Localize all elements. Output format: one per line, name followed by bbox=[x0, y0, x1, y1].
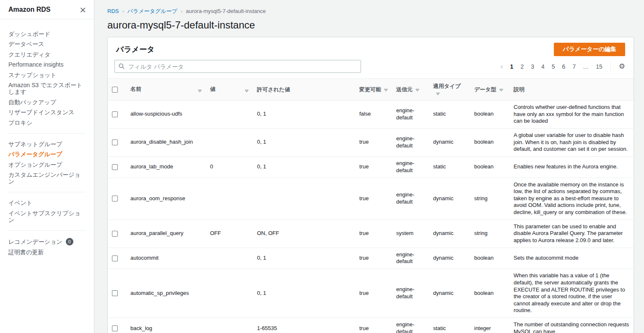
sidebar-item-parameter-groups[interactable]: パラメータグループ bbox=[8, 151, 86, 157]
cell-apply_type: static bbox=[429, 101, 470, 129]
cell-description: When this variable has a value of 1 (the… bbox=[509, 269, 634, 318]
column-header-apply_type[interactable]: 適用タイプ bbox=[429, 79, 470, 101]
cell-modifiable: true bbox=[355, 178, 392, 219]
sidebar-item-export-to-s3[interactable]: Amazon S3 でエクスポートします bbox=[8, 82, 86, 95]
row-checkbox[interactable] bbox=[112, 164, 118, 170]
cell-modifiable: true bbox=[355, 219, 392, 248]
sort-icon bbox=[415, 86, 419, 93]
cell-checkbox bbox=[108, 269, 126, 318]
sidebar-item-label: オプショングループ bbox=[8, 161, 62, 168]
table-row: aurora_lab_mode00, 1trueengine-defaultst… bbox=[108, 156, 634, 178]
pagination-page-7[interactable]: 7 bbox=[572, 63, 576, 70]
filter-parameters-input[interactable] bbox=[114, 60, 361, 73]
sidebar-item-custom-engine-versions[interactable]: カスタムエンジンバージョン bbox=[8, 171, 86, 185]
column-header-label: 許可された値 bbox=[257, 86, 290, 93]
sidebar-item-certificate-update[interactable]: 証明書の更新 bbox=[8, 249, 86, 256]
table-row: automatic_sp_privileges0, 1trueengine-de… bbox=[108, 269, 634, 318]
column-header-value[interactable]: 値 bbox=[206, 79, 253, 101]
sidebar-item-recommendations[interactable]: レコメンデーション0 bbox=[8, 238, 86, 245]
pagination-prev-icon[interactable]: ‹ bbox=[501, 62, 503, 71]
panel-header: パラメータ パラメーターの編集 bbox=[108, 37, 634, 60]
pagination: ‹1234567…15 bbox=[501, 62, 602, 71]
sidebar-item-dashboard[interactable]: ダッシュボード bbox=[8, 31, 86, 37]
sidebar-item-label: 証明書の更新 bbox=[8, 249, 44, 256]
search-icon bbox=[119, 63, 125, 71]
row-checkbox[interactable] bbox=[112, 256, 118, 261]
sidebar-nav: ダッシュボードデータベースクエリエディタPerformance insights… bbox=[0, 19, 94, 256]
sidebar-item-event-subscriptions[interactable]: イベントサブスクリプション bbox=[8, 210, 86, 223]
sidebar-item-label: パラメータグループ bbox=[8, 151, 62, 157]
pagination-page-15[interactable]: 15 bbox=[596, 63, 602, 70]
row-checkbox[interactable] bbox=[112, 231, 118, 237]
sidebar-item-proxies[interactable]: プロキシ bbox=[8, 119, 86, 126]
row-checkbox[interactable] bbox=[112, 196, 118, 201]
pagination-page-6[interactable]: 6 bbox=[562, 63, 566, 70]
cell-checkbox bbox=[108, 219, 126, 248]
sidebar-item-option-groups[interactable]: オプショングループ bbox=[8, 161, 86, 168]
sidebar-item-subnet-groups[interactable]: サブネットグループ bbox=[8, 141, 86, 147]
pagination-page-3[interactable]: 3 bbox=[531, 63, 534, 70]
cell-value bbox=[206, 318, 253, 333]
cell-apply_type: dynamic bbox=[429, 219, 470, 248]
sidebar-item-reserved-instances[interactable]: リザーブドインスタンス bbox=[8, 109, 86, 116]
cell-checkbox bbox=[108, 248, 126, 269]
cell-data_type: boolean bbox=[470, 128, 509, 156]
column-header-modifiable[interactable]: 変更可能 bbox=[355, 79, 392, 101]
sidebar-item-label: 自動バックアップ bbox=[8, 99, 56, 106]
breadcrumb-link[interactable]: パラメータグループ bbox=[127, 8, 177, 14]
cell-name: back_log bbox=[126, 318, 206, 333]
cell-data_type: boolean bbox=[470, 101, 509, 129]
cell-modifiable: false bbox=[355, 101, 392, 129]
pagination-ellipsis: … bbox=[583, 63, 589, 70]
cell-checkbox bbox=[108, 128, 126, 156]
pagination-divider bbox=[610, 62, 611, 72]
cell-value bbox=[206, 178, 253, 219]
sidebar-item-databases[interactable]: データベース bbox=[8, 41, 86, 47]
row-checkbox[interactable] bbox=[112, 111, 118, 117]
cell-source: engine-default bbox=[392, 101, 429, 129]
pagination-bar: ‹1234567…15 ⚙ bbox=[501, 62, 625, 72]
close-icon[interactable]: × bbox=[79, 5, 86, 14]
sidebar-item-snapshots[interactable]: スナップショット bbox=[8, 72, 86, 78]
select-all-checkbox[interactable] bbox=[112, 87, 118, 93]
cell-description: Enables new features in the Aurora engin… bbox=[509, 156, 634, 178]
column-header-data_type[interactable]: データ型 bbox=[470, 79, 509, 101]
sidebar-item-query-editor[interactable]: クエリエディタ bbox=[8, 51, 86, 58]
sidebar-item-label: ダッシュボード bbox=[8, 31, 50, 37]
cell-data_type: boolean bbox=[470, 248, 509, 269]
pagination-page-1[interactable]: 1 bbox=[510, 63, 514, 70]
sidebar-item-label: クエリエディタ bbox=[8, 51, 50, 58]
parameters-table: 名前値許可された値変更可能送信元適用タイプデータ型説明 allow-suspic… bbox=[108, 78, 634, 333]
cell-apply_type: static bbox=[429, 318, 470, 333]
settings-gear-icon[interactable]: ⚙ bbox=[619, 63, 625, 70]
sidebar-item-events[interactable]: イベント bbox=[8, 199, 86, 206]
row-checkbox[interactable] bbox=[112, 139, 118, 145]
cell-description: Sets the autocommit mode bbox=[509, 248, 634, 269]
column-header-label: 説明 bbox=[514, 86, 525, 93]
column-header-source[interactable]: 送信元 bbox=[392, 79, 429, 101]
pagination-page-5[interactable]: 5 bbox=[552, 63, 555, 70]
cell-name: aurora_parallel_query bbox=[126, 219, 206, 248]
cell-allowed bbox=[253, 178, 355, 219]
cell-source: engine-default bbox=[392, 248, 429, 269]
pagination-page-4[interactable]: 4 bbox=[541, 63, 545, 70]
cell-source: engine-default bbox=[392, 128, 429, 156]
row-checkbox[interactable] bbox=[112, 290, 118, 296]
row-checkbox[interactable] bbox=[112, 325, 118, 331]
sidebar-item-label: リザーブドインスタンス bbox=[8, 109, 74, 116]
sidebar-divider bbox=[8, 133, 86, 134]
column-header-label: 送信元 bbox=[396, 86, 413, 93]
pagination-page-2[interactable]: 2 bbox=[520, 63, 524, 70]
cell-allowed: 0, 1 bbox=[253, 128, 355, 156]
cell-description: Once the available memory on the instanc… bbox=[509, 178, 634, 219]
cell-name: allow-suspicious-udfs bbox=[126, 101, 206, 129]
sort-icon bbox=[499, 86, 503, 93]
sidebar-item-performance-insights[interactable]: Performance insights bbox=[8, 61, 86, 68]
column-header-name[interactable]: 名前 bbox=[126, 79, 206, 101]
panel-title: パラメータ bbox=[116, 44, 155, 54]
cell-description: Controls whether user-defined functions … bbox=[509, 101, 634, 129]
edit-parameters-button[interactable]: パラメーターの編集 bbox=[554, 43, 625, 56]
sidebar-item-automated-backups[interactable]: 自動バックアップ bbox=[8, 99, 86, 106]
column-header-description: 説明 bbox=[509, 79, 634, 101]
breadcrumb-link[interactable]: RDS bbox=[107, 8, 119, 14]
